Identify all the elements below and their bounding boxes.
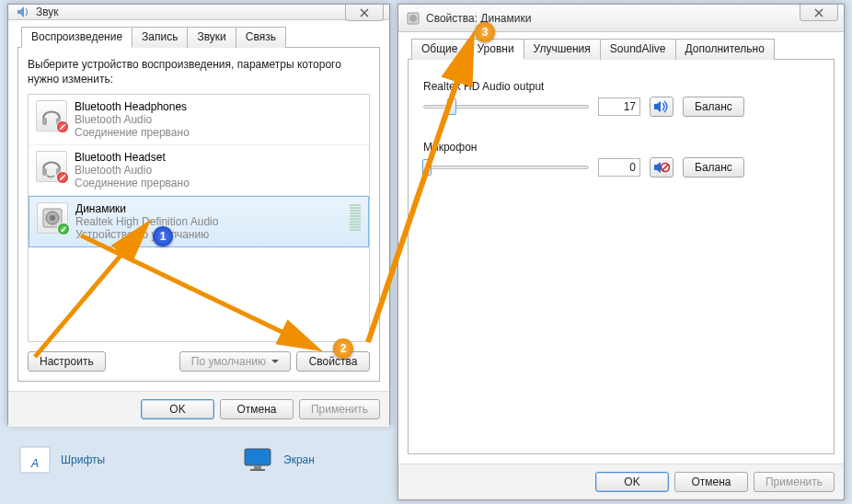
- output-volume-slider[interactable]: [423, 97, 589, 116]
- speaker-properties-window: Свойства: Динамики Общие Уровни Улучшени…: [397, 4, 845, 500]
- svg-rect-3: [254, 465, 261, 469]
- desktop-item-fonts[interactable]: A Шрифты: [17, 441, 105, 478]
- sound-tabs: Воспроизведение Запись Звуки Связь: [17, 26, 380, 48]
- level-label: Realtek HD Audio output: [423, 80, 819, 93]
- cancel-button[interactable]: Отмена: [220, 399, 294, 419]
- desktop-item-screen[interactable]: Экран: [239, 441, 315, 478]
- speaker-icon: [406, 11, 420, 26]
- svg-marker-18: [654, 162, 661, 173]
- tab-general[interactable]: Общие: [411, 39, 467, 60]
- device-status: Соединение прервано: [75, 177, 190, 189]
- svg-rect-6: [42, 118, 47, 125]
- svg-rect-4: [250, 469, 265, 471]
- tab-communications[interactable]: Связь: [236, 27, 286, 48]
- cancel-button[interactable]: Отмена: [674, 472, 748, 492]
- level-group-output: Realtek HD Audio output Баланс: [423, 80, 819, 117]
- volume-muted-icon: [653, 161, 670, 174]
- desktop-item-label: Экран: [283, 453, 315, 466]
- error-badge-icon: [56, 171, 69, 184]
- monitor-icon: [239, 441, 276, 478]
- device-name: Динамики: [75, 202, 218, 215]
- annotation-marker-1: 1: [153, 226, 173, 246]
- dialog-buttons: OK Отмена Применить: [8, 391, 389, 427]
- mic-volume-slider[interactable]: [423, 158, 589, 177]
- fonts-icon: A: [17, 441, 53, 478]
- balance-mic-button[interactable]: Баланс: [683, 157, 744, 178]
- properties-button[interactable]: Свойства: [296, 351, 370, 372]
- svg-line-20: [662, 165, 668, 170]
- error-badge-icon: [56, 120, 69, 133]
- svg-line-11: [60, 175, 65, 180]
- close-icon: [358, 8, 371, 17]
- svg-point-14: [50, 215, 55, 221]
- tab-advanced[interactable]: Дополнительно: [675, 39, 775, 60]
- tab-content: Выберите устройство воспроизведения, пар…: [17, 48, 380, 382]
- device-sub: Bluetooth Audio: [75, 164, 190, 177]
- svg-rect-2: [245, 449, 271, 465]
- svg-marker-5: [17, 6, 24, 17]
- speaker-device-icon: ✓: [37, 202, 68, 234]
- instruction-text: Выберите устройство воспроизведения, пар…: [28, 57, 370, 86]
- volume-icon: [653, 100, 670, 113]
- ok-button[interactable]: OK: [595, 472, 669, 492]
- window-title: Звук: [36, 6, 384, 18]
- device-status: Соединение прервано: [75, 126, 190, 139]
- titlebar[interactable]: Звук: [8, 5, 389, 20]
- tab-sounds[interactable]: Звуки: [187, 27, 236, 48]
- mic-volume-value[interactable]: [598, 158, 640, 177]
- headphones-icon: [36, 100, 67, 132]
- level-label: Микрофон: [423, 141, 819, 154]
- desktop-item-label: Шрифты: [61, 453, 105, 466]
- tab-playback[interactable]: Воспроизведение: [21, 27, 132, 48]
- device-item-bt-headphones[interactable]: Bluetooth Headphones Bluetooth Audio Сое…: [29, 95, 369, 145]
- annotation-marker-3: 3: [475, 22, 495, 42]
- tab-soundalive[interactable]: SoundAlive: [600, 39, 676, 60]
- close-button[interactable]: [345, 5, 384, 21]
- apply-button[interactable]: Применить: [754, 472, 835, 492]
- mute-mic-button[interactable]: [650, 157, 674, 178]
- device-status: Устройство по умолчанию: [75, 228, 218, 241]
- configure-button[interactable]: Настроить: [28, 351, 106, 372]
- close-button[interactable]: [800, 5, 838, 21]
- mute-output-button[interactable]: [650, 97, 674, 117]
- balance-output-button[interactable]: Баланс: [683, 97, 744, 117]
- speaker-icon: [16, 5, 30, 19]
- headset-icon: [36, 151, 67, 182]
- dialog-buttons: OK Отмена Применить: [398, 464, 844, 499]
- props-tabs: Общие Уровни Улучшения SoundAlive Дополн…: [408, 38, 835, 60]
- sound-window: Звук Воспроизведение Запись Звуки Связь …: [7, 4, 390, 425]
- tab-enhancements[interactable]: Улучшения: [524, 39, 601, 60]
- level-meter-icon: [350, 204, 361, 231]
- titlebar[interactable]: Свойства: Динамики: [398, 5, 844, 32]
- set-default-button[interactable]: По умолчанию: [179, 351, 291, 372]
- output-volume-value[interactable]: [598, 97, 640, 116]
- svg-rect-9: [42, 168, 47, 176]
- device-item-speakers[interactable]: ✓ Динамики Realtek High Definition Audio…: [29, 196, 369, 247]
- svg-text:A: A: [30, 457, 39, 470]
- svg-point-16: [409, 15, 417, 22]
- svg-marker-17: [654, 101, 661, 112]
- device-item-bt-headset[interactable]: Bluetooth Headset Bluetooth Audio Соедин…: [29, 145, 369, 196]
- svg-line-8: [60, 124, 65, 130]
- device-sub: Realtek High Definition Audio: [75, 215, 218, 228]
- device-list[interactable]: Bluetooth Headphones Bluetooth Audio Сое…: [28, 94, 370, 342]
- close-icon: [812, 8, 825, 17]
- annotation-marker-2: 2: [333, 338, 353, 359]
- level-group-mic: Микрофон Баланс: [423, 141, 819, 178]
- tab-levels[interactable]: Уровни: [466, 39, 524, 60]
- tab-recording[interactable]: Запись: [132, 27, 188, 48]
- apply-button[interactable]: Применить: [299, 399, 380, 419]
- tab-content: Realtek HD Audio output Баланс Микрофон: [408, 60, 835, 454]
- device-name: Bluetooth Headset: [75, 151, 190, 164]
- ok-button[interactable]: OK: [141, 399, 214, 419]
- device-sub: Bluetooth Audio: [75, 113, 190, 126]
- ok-badge-icon: ✓: [57, 223, 70, 235]
- device-name: Bluetooth Headphones: [75, 100, 190, 113]
